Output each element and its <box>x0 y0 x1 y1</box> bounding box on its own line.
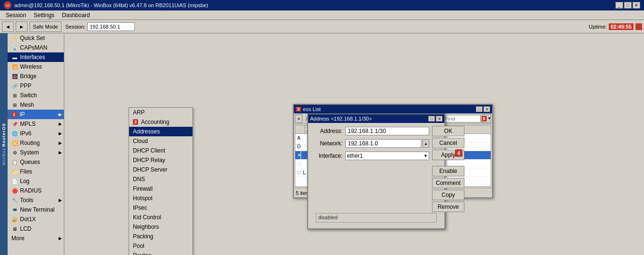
address-dialog: Address <192.168.1.1/30> □ ✕ Address: Ne… <box>307 113 445 229</box>
address-field-input[interactable] <box>345 127 429 135</box>
dialog-layout: Address: Network: ▲ Interface: <box>312 126 441 212</box>
enable-button[interactable]: Enable <box>432 166 464 176</box>
submenu-pool[interactable]: Pool <box>129 241 192 251</box>
sidebar-item-quickset[interactable]: ⚡ Quick Set <box>8 33 64 43</box>
dropdown-badge: 5 <box>482 116 487 122</box>
submenu-dhcpserver[interactable]: DHCP Server <box>129 165 192 174</box>
addresslist-window-badge: 3 <box>296 107 301 112</box>
copy-button[interactable]: Copy <box>432 190 464 200</box>
back-button[interactable]: ◄ <box>2 21 14 32</box>
addresslist-restore-button[interactable]: □ <box>476 106 483 112</box>
submenu-neighbors[interactable]: Neighbors <box>129 222 192 232</box>
uptime-section: Uptime: 02:49:55 <box>589 23 642 30</box>
sidebar-item-system[interactable]: ⚙ System ▶ <box>8 148 64 157</box>
winbox-label: WinBox <box>1 148 6 165</box>
sidebar-item-bridge[interactable]: 🌉 Bridge <box>8 71 64 81</box>
submenu-cloud[interactable]: Cloud <box>129 136 192 146</box>
cancel-button[interactable]: Cancel <box>432 138 464 148</box>
submenu-dns[interactable]: DNS <box>129 174 192 184</box>
address-field-row: Address: <box>312 126 429 136</box>
ipv6-icon: 🌐 <box>11 130 18 137</box>
sidebar-item-dot1x[interactable]: 🔐 Dot1X <box>8 214 64 224</box>
address-list-dropdown-button[interactable]: 5 ▼ <box>482 114 491 123</box>
sidebar-label-ppp: PPP <box>20 82 31 89</box>
row-status-2: D <box>295 143 301 151</box>
remove-button[interactable]: Remove <box>432 202 464 212</box>
sidebar-item-files[interactable]: 📁 Files <box>8 167 64 176</box>
ip-badge: 1 <box>11 112 17 117</box>
forward-button[interactable]: ► <box>16 21 28 32</box>
sidebar-item-radius[interactable]: 🔴 RADIUS <box>8 186 64 195</box>
sidebar-item-newterminal[interactable]: 💻 New Terminal <box>8 205 64 214</box>
sidebar-item-lcd[interactable]: 🖥 LCD <box>8 224 64 234</box>
sidebar-item-mpls[interactable]: 📌 MPLS ▶ <box>8 119 64 129</box>
maximize-button[interactable]: □ <box>624 2 632 9</box>
sidebar-item-ppp[interactable]: 🔗 PPP <box>8 81 64 91</box>
sidebar-label-ipv6: IPv6 <box>20 130 31 137</box>
sidebar-item-capsman[interactable]: 📡 CAPsMAN <box>8 43 64 52</box>
menu-settings[interactable]: Settings <box>30 11 58 20</box>
interface-select[interactable]: ether1 ▼ <box>345 152 429 160</box>
submenu-firewall[interactable]: Firewall <box>129 184 192 194</box>
sidebar-item-switch[interactable]: ⊞ Switch <box>8 91 64 100</box>
submenu-arp[interactable]: ARP <box>129 108 192 117</box>
ok-button[interactable]: OK <box>432 126 464 136</box>
sidebar-item-more[interactable]: More ▶ <box>8 234 64 243</box>
uptime-label: Uptime: <box>589 24 607 30</box>
queues-icon: 📋 <box>11 159 18 165</box>
menu-dashboard[interactable]: Dashboard <box>58 11 94 20</box>
uptime-value: 02:49:55 <box>609 23 634 30</box>
toolbar: ◄ ► Safe Mode Session: Uptime: 02:49:55 <box>0 20 644 33</box>
address-list-titlebar: 3 ess List □ ✕ <box>294 105 492 113</box>
submenu-hotspot[interactable]: Hotspot <box>129 194 192 203</box>
network-up-button[interactable]: ▲ <box>423 139 429 148</box>
submenu-dhcprelay[interactable]: DHCP Relay <box>129 155 192 165</box>
address-add-button[interactable]: + <box>295 114 302 123</box>
files-icon: 📁 <box>11 168 18 175</box>
submenu-accounting[interactable]: 2 Accounting <box>129 117 192 127</box>
network-field-input[interactable] <box>345 139 422 148</box>
submenu-dhcpclient[interactable]: DHCP Client <box>129 146 192 155</box>
sidebar-item-interfaces[interactable]: ▬ Interfaces <box>8 52 64 62</box>
ip-submenu: ARP 2 Accounting Addresses Cloud DHCP Cl… <box>129 107 193 255</box>
sidebar-item-ipv6[interactable]: 🌐 IPv6 ▶ <box>8 129 64 138</box>
submenu-packing[interactable]: Packing <box>129 232 192 241</box>
address-list-search[interactable] <box>443 115 481 122</box>
col-header-status <box>295 125 305 133</box>
addresslist-close-button[interactable]: ✕ <box>483 106 490 112</box>
quickset-icon: ⚡ <box>11 35 18 41</box>
sidebar-label-tools: Tools <box>20 197 33 204</box>
sidebar-item-wireless[interactable]: 📶 Wireless <box>8 62 64 71</box>
menu-session[interactable]: Session <box>2 11 30 20</box>
sidebar-label-dot1x: Dot1X <box>20 216 36 223</box>
bridge-icon: 🌉 <box>11 73 18 80</box>
sidebar-item-tools[interactable]: 🔧 Tools ▶ <box>8 195 64 205</box>
sidebar-item-log[interactable]: 📄 Log <box>8 176 64 186</box>
ip-arrow-icon: ▶ <box>59 112 62 117</box>
safemode-button[interactable]: Safe Mode <box>30 21 61 32</box>
sidebar: RouterOS WinBox ⚡ Quick Set 📡 CAPsMAN ▬ … <box>0 33 64 255</box>
sidebar-item-queues[interactable]: 📋 Queues <box>8 157 64 167</box>
dialog-buttons: OK Cancel Apply Enable Comment Copy Remo… <box>432 126 464 212</box>
window-controls: _ □ ✕ <box>615 2 640 9</box>
session-input[interactable] <box>87 22 135 31</box>
sidebar-label-bridge: Bridge <box>20 73 37 80</box>
sidebar-item-routing[interactable]: 🔀 Routing ▶ <box>8 138 64 148</box>
sidebar-item-ip[interactable]: 1 IP ▶ <box>8 110 64 119</box>
dialog-close-button[interactable]: ✕ <box>436 116 443 122</box>
close-button[interactable]: ✕ <box>633 2 640 9</box>
radius-icon: 🔴 <box>11 187 18 194</box>
submenu-routes[interactable]: Routes <box>129 251 192 255</box>
sidebar-label-log: Log <box>20 178 30 184</box>
submenu-kidcontrol[interactable]: Kid Control <box>129 213 192 222</box>
address-dialog-title: Address <192.168.1.1/30> <box>310 116 372 122</box>
switch-icon: ⊞ <box>11 92 18 99</box>
row-status-4: ::: <box>295 160 301 168</box>
sidebar-item-mesh[interactable]: ⊞ Mesh <box>8 100 64 110</box>
minimize-button[interactable]: _ <box>615 2 623 9</box>
comment-button[interactable]: Comment <box>432 178 464 188</box>
submenu-addresses[interactable]: Addresses <box>129 127 192 136</box>
dialog-restore-button[interactable]: □ <box>428 116 435 122</box>
mpls-arrow-icon: ▶ <box>59 122 62 126</box>
submenu-ipsec[interactable]: IPsec <box>129 203 192 213</box>
